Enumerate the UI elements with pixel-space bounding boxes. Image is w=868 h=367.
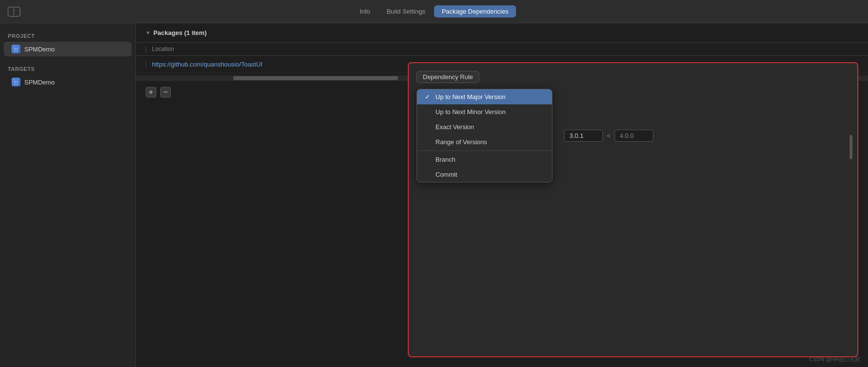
scrollbar-thumb xyxy=(233,76,398,80)
dep-rule-label: Dependency Rule xyxy=(417,71,479,83)
dep-option-label-4: Range of Versions xyxy=(435,138,487,146)
dep-option-label-1: Up to Next Major Version xyxy=(435,93,506,100)
version-operator: < xyxy=(607,132,611,139)
package-url-cell[interactable]: https://github.com/quanshousio/ToastUI xyxy=(146,61,340,68)
packages-title: Packages (1 item) xyxy=(153,29,207,36)
remove-package-button[interactable]: − xyxy=(160,87,171,98)
toolbar-left xyxy=(8,7,20,17)
dep-option-range-of-versions[interactable]: Range of Versions xyxy=(417,134,552,150)
checkmark-placeholder-2 xyxy=(425,123,432,131)
location-column-header: Location xyxy=(146,46,340,52)
toolbar: Info Build Settings Package Dependencies xyxy=(0,0,868,23)
dep-option-commit[interactable]: Commit xyxy=(417,167,552,182)
content-area: ▼ Packages (1 item) Location https://git… xyxy=(136,23,868,367)
dep-rule-dropdown-menu: ✓ Up to Next Major Version Up to Next Mi… xyxy=(417,89,552,183)
dependency-rule-overlay: Dependency Rule ✓ Up to Next Major Versi… xyxy=(408,62,858,357)
dep-option-label-2: Up to Next Minor Version xyxy=(435,108,506,116)
table-header-row: Location xyxy=(136,43,868,56)
main-layout: PROJECT ◻ SPMDemo TARGETS ◻ SPMDemo ▼ Pa… xyxy=(0,23,868,367)
checkmark-placeholder-4 xyxy=(425,156,432,163)
sidebar: PROJECT ◻ SPMDemo TARGETS ◻ SPMDemo xyxy=(0,23,136,367)
tab-package-dependencies[interactable]: Package Dependencies xyxy=(434,5,516,17)
version-to-input[interactable] xyxy=(615,130,653,142)
sidebar-item-project[interactable]: ◻ SPMDemo xyxy=(4,42,132,56)
targets-section-label: TARGETS xyxy=(0,64,135,75)
sidebar-toggle-icon xyxy=(10,8,14,15)
checkmark-placeholder-5 xyxy=(425,171,432,178)
target-icon: ◻ xyxy=(12,78,20,86)
toolbar-tabs: Info Build Settings Package Dependencies xyxy=(352,5,517,17)
tab-info[interactable]: Info xyxy=(352,5,378,17)
dep-rule-header-row: Dependency Rule xyxy=(417,71,850,83)
dep-rule-row: ✓ Up to Next Major Version Up to Next Mi… xyxy=(417,89,850,183)
dropdown-divider xyxy=(417,150,552,151)
dep-option-label-3: Exact Version xyxy=(435,123,474,131)
checkmark-icon: ✓ xyxy=(425,93,432,100)
version-inputs: < xyxy=(564,130,653,142)
overlay-scrollbar-thumb xyxy=(850,135,852,159)
sidebar-toggle-button[interactable] xyxy=(8,7,20,17)
sidebar-target-label: SPMDemo xyxy=(24,79,55,86)
sidebar-item-target[interactable]: ◻ SPMDemo xyxy=(4,75,132,89)
project-section-label: PROJECT xyxy=(0,31,135,42)
dep-option-up-to-next-major[interactable]: ✓ Up to Next Major Version xyxy=(417,89,552,104)
checkmark-placeholder xyxy=(425,108,432,116)
checkmark-placeholder-3 xyxy=(425,138,432,146)
dep-option-branch[interactable]: Branch xyxy=(417,152,552,167)
dep-option-label-6: Commit xyxy=(435,171,457,178)
dep-option-label-5: Branch xyxy=(435,156,455,163)
overlay-scrollbar[interactable] xyxy=(849,86,853,352)
version-from-input[interactable] xyxy=(564,130,603,142)
packages-header: ▼ Packages (1 item) xyxy=(136,23,868,43)
tab-build-settings[interactable]: Build Settings xyxy=(379,5,433,17)
add-package-button[interactable]: + xyxy=(146,87,156,98)
dep-option-up-to-next-minor[interactable]: Up to Next Minor Version xyxy=(417,104,552,119)
dep-option-exact-version[interactable]: Exact Version xyxy=(417,119,552,134)
chevron-down-icon: ▼ xyxy=(146,30,150,35)
sidebar-project-label: SPMDemo xyxy=(24,46,55,53)
project-icon: ◻ xyxy=(12,45,20,53)
watermark: CSDN @HH思心无邪 xyxy=(809,356,860,363)
